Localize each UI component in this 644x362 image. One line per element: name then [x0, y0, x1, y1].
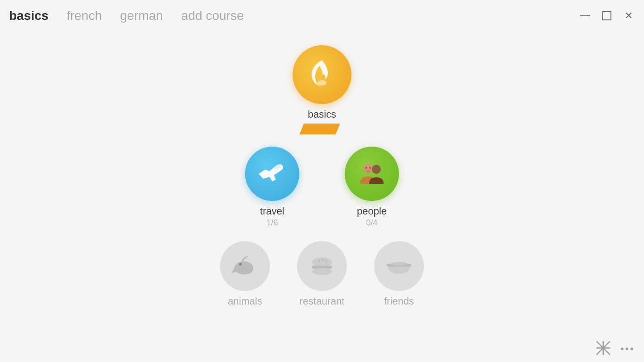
tab-add-course[interactable]: add course [181, 9, 244, 23]
svg-point-3 [278, 165, 281, 168]
svg-point-0 [317, 80, 327, 86]
tab-german[interactable]: german [120, 9, 163, 23]
tab-french[interactable]: french [67, 9, 102, 23]
svg-marker-1 [299, 124, 340, 134]
window-controls: ✕ [579, 10, 635, 22]
close-icon: ✕ [625, 10, 633, 22]
people-progress: 0/4 [366, 218, 377, 228]
more-button[interactable]: ••• [620, 343, 635, 355]
travel-node: travel 1/6 [245, 147, 299, 228]
animals-node: animals [220, 241, 270, 307]
node-basics: basics [293, 45, 351, 120]
bowl-icon [384, 256, 414, 276]
svg-point-10 [247, 256, 248, 257]
cross-icon [595, 340, 611, 356]
close-button[interactable]: ✕ [622, 10, 635, 22]
svg-point-9 [245, 257, 246, 258]
travel-progress: 1/6 [266, 218, 278, 228]
connector-arrow [299, 123, 345, 135]
basics-node-circle[interactable] [293, 45, 351, 104]
nav-tabs: basics french german add course [9, 9, 244, 23]
node-row-travel-people: travel 1/6 people [245, 147, 399, 228]
whale-icon [231, 254, 260, 278]
travel-node-circle[interactable] [245, 147, 299, 201]
maximize-button[interactable] [601, 10, 613, 22]
node-row-locked: animals restaurant [220, 241, 424, 307]
people-node: people 0/4 [345, 147, 399, 228]
basics-label: basics [308, 109, 336, 120]
friends-label: friends [384, 295, 414, 307]
minimize-icon [580, 15, 590, 17]
svg-point-5 [372, 165, 381, 174]
svg-point-11 [246, 258, 247, 259]
airplane-icon [257, 162, 288, 185]
people-icon [356, 160, 388, 187]
animals-node-circle[interactable] [220, 241, 270, 291]
svg-point-12 [312, 257, 332, 267]
flame-icon [308, 58, 336, 91]
svg-point-4 [363, 163, 373, 173]
svg-point-2 [275, 166, 279, 169]
cross-button[interactable] [595, 340, 611, 357]
more-icon: ••• [620, 343, 635, 354]
restaurant-label: restaurant [299, 295, 344, 307]
restaurant-node: restaurant [297, 241, 347, 307]
animals-label: animals [228, 295, 262, 307]
travel-label: travel [260, 205, 284, 217]
maximize-icon [602, 11, 611, 20]
burger-icon [308, 255, 336, 277]
people-node-circle[interactable] [345, 147, 399, 201]
svg-point-19 [391, 262, 407, 266]
title-bar: basics french german add course ✕ [0, 0, 644, 32]
people-label: people [357, 205, 387, 217]
restaurant-node-circle[interactable] [297, 241, 347, 291]
minimize-button[interactable] [579, 10, 591, 22]
svg-point-8 [239, 263, 242, 266]
bottom-bar: ••• [595, 340, 635, 357]
tab-spanish[interactable]: basics [9, 9, 48, 23]
friends-node-circle[interactable] [374, 241, 424, 291]
svg-point-6 [365, 167, 367, 169]
svg-point-17 [312, 268, 332, 275]
svg-point-7 [369, 167, 371, 169]
friends-node: friends [374, 241, 424, 307]
main-content: basics travel 1/6 [0, 32, 644, 316]
